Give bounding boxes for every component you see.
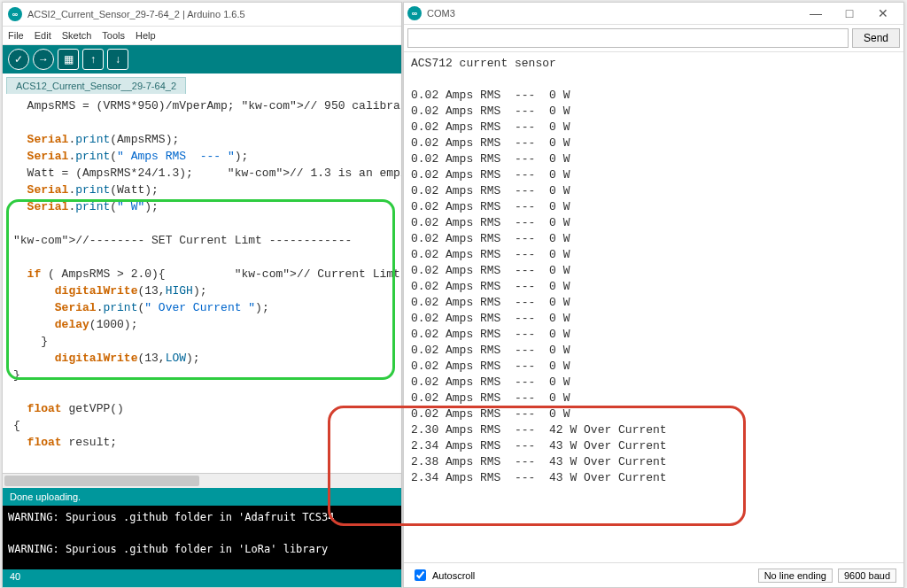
arduino-ide-window: ∞ ACSI2_Current_Sensor_29-7-64_2 | Ardui… [2,2,402,588]
minimize-button[interactable]: — [799,4,833,23]
autoscroll-input[interactable] [415,569,426,581]
sketch-tab[interactable]: ACS12_Current_Sensor__29-7-64_2 [6,77,186,94]
open-sketch-button[interactable]: ↑ [82,49,104,70]
serial-footer: Autoscroll No line ending 9600 baud [404,562,903,587]
serial-monitor-window: ∞ COM3 — □ ✕ Send ACS712 current sensor … [403,2,904,588]
arduino-toolbar: ✓ → ▦ ↑ ↓ [3,45,401,74]
menu-edit[interactable]: Edit [35,30,51,41]
serial-logo-icon: ∞ [407,6,422,20]
serial-input[interactable] [407,28,849,48]
menu-help[interactable]: Help [136,30,156,41]
save-sketch-button[interactable]: ↓ [107,49,128,70]
menu-sketch[interactable]: Sketch [62,30,92,41]
serial-input-row: Send [404,25,903,52]
menu-tools[interactable]: Tools [102,30,125,41]
serial-output[interactable]: ACS712 current sensor 0.02 Amps RMS --- … [404,52,903,562]
new-sketch-button[interactable]: ▦ [58,49,79,70]
arduino-menubar: File Edit Sketch Tools Help [3,27,401,45]
arduino-titlebar: ∞ ACSI2_Current_Sensor_29-7-64_2 | Ardui… [3,3,401,27]
close-button[interactable]: ✕ [866,4,900,23]
arduino-window-title: ACSI2_Current_Sensor_29-7-64_2 | Arduino… [27,9,245,19]
serial-titlebar: ∞ COM3 — □ ✕ [404,3,903,25]
serial-send-button[interactable]: Send [852,28,900,48]
menu-file[interactable]: File [8,30,24,41]
code-editor[interactable]: AmpsRMS = (VRMS*950)/mVperAmp; "kw-com">… [3,94,401,473]
editor-horizontal-scrollbar[interactable] [3,473,401,488]
upload-button[interactable]: → [33,49,54,70]
status-bar: Done uploading. [3,488,401,506]
window-controls: — □ ✕ [799,4,900,23]
verify-button[interactable]: ✓ [8,49,29,70]
arduino-footer-line: 40 [3,569,401,587]
arduino-logo-icon: ∞ [8,7,22,21]
serial-window-title: COM3 [427,8,455,19]
autoscroll-checkbox[interactable]: Autoscroll [411,567,475,584]
line-ending-select[interactable]: No line ending [758,569,833,583]
autoscroll-label: Autoscroll [432,570,475,581]
baud-select[interactable]: 9600 baud [838,569,896,583]
build-console[interactable]: WARNING: Spurious .github folder in 'Ada… [3,506,401,569]
maximize-button[interactable]: □ [833,4,866,23]
